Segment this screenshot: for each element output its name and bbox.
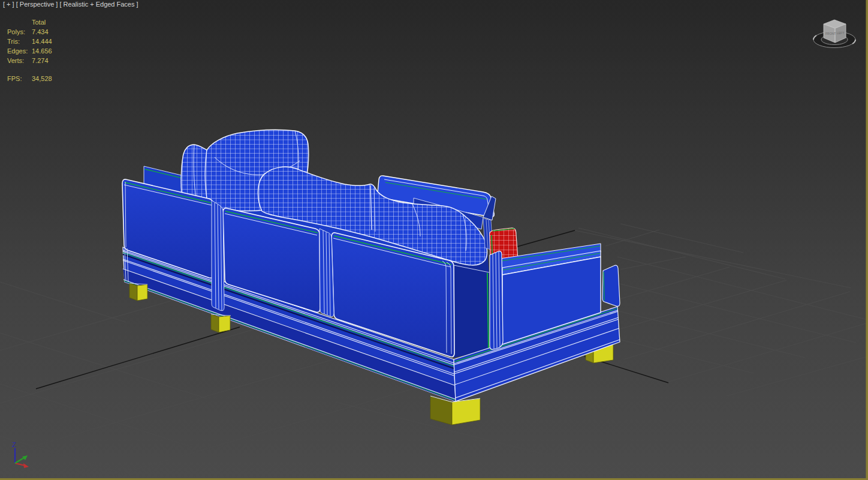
svg-text:Z: Z: [12, 441, 16, 448]
svg-text:LEFT: LEFT: [837, 31, 844, 35]
svg-text:FRONT: FRONT: [825, 32, 836, 35]
